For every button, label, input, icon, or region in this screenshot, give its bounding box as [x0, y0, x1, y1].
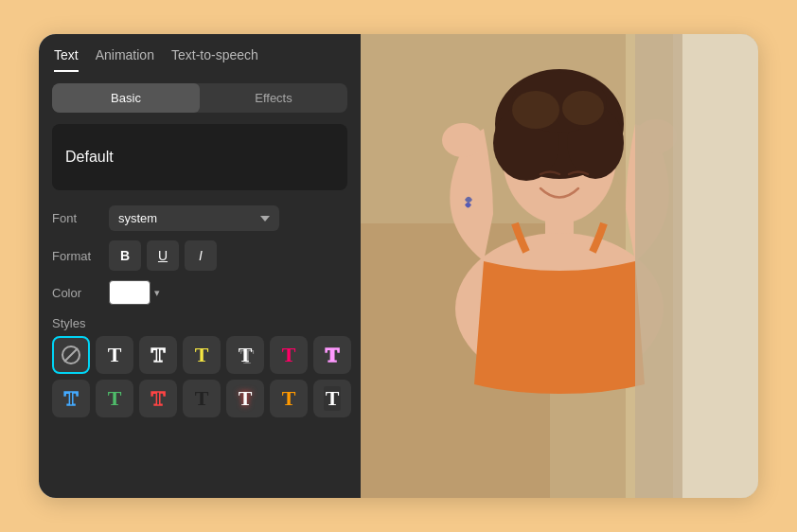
svg-rect-17: [635, 34, 682, 498]
right-panel: [361, 34, 758, 498]
left-panel: Text Animation Text-to-speech Basic Effe…: [39, 34, 361, 498]
styles-grid-row2: T T T T T T T: [39, 380, 361, 417]
bold-button[interactable]: B: [109, 240, 141, 271]
style-t6[interactable]: T: [313, 336, 351, 374]
sub-tab-effects[interactable]: Effects: [200, 83, 347, 113]
no-style-icon: [61, 345, 81, 365]
main-container: Text Animation Text-to-speech Basic Effe…: [39, 34, 758, 498]
style-t9[interactable]: T: [139, 380, 177, 417]
preview-text: Default: [65, 149, 114, 166]
sub-tabs-row: Basic Effects: [52, 83, 347, 113]
font-value: system: [118, 211, 157, 225]
style-t7[interactable]: T: [52, 380, 90, 417]
font-field-row: Font system: [39, 202, 361, 235]
color-field-row: Color ▾: [39, 276, 361, 309]
tab-animation[interactable]: Animation: [96, 47, 154, 72]
style-t8[interactable]: T: [96, 380, 133, 417]
tabs-row: Text Animation Text-to-speech: [39, 34, 361, 72]
style-t4[interactable]: T: [226, 336, 264, 374]
svg-line-1: [64, 348, 78, 362]
font-label: Font: [52, 211, 109, 225]
color-label: Color: [52, 286, 109, 300]
person-image: [361, 34, 758, 498]
style-t11[interactable]: T: [226, 380, 264, 417]
svg-point-14: [442, 123, 484, 157]
style-none[interactable]: [52, 336, 90, 374]
tab-tts[interactable]: Text-to-speech: [171, 47, 258, 72]
text-preview-box: Default: [52, 124, 347, 190]
format-label: Format: [52, 249, 109, 263]
svg-point-11: [562, 91, 604, 125]
font-select[interactable]: system: [109, 205, 279, 231]
underline-button[interactable]: U: [147, 240, 179, 271]
svg-point-10: [512, 91, 559, 129]
font-dropdown-icon: [260, 216, 270, 222]
styles-label: Styles: [39, 310, 361, 336]
style-t12[interactable]: T: [270, 380, 308, 417]
style-t13[interactable]: T: [313, 380, 351, 417]
style-t5[interactable]: T: [270, 336, 308, 374]
sub-tab-basic[interactable]: Basic: [52, 83, 200, 113]
style-t3[interactable]: T: [183, 336, 221, 374]
styles-grid-row1: T T T T T T: [39, 336, 361, 374]
style-t1[interactable]: T: [96, 336, 133, 374]
format-field-row: Format B U I: [39, 237, 361, 275]
svg-rect-16: [673, 34, 758, 498]
style-t2[interactable]: T: [139, 336, 177, 374]
color-dropdown-icon[interactable]: ▾: [154, 287, 160, 299]
color-swatch[interactable]: [109, 280, 151, 305]
style-t10[interactable]: T: [183, 380, 221, 417]
tab-text[interactable]: Text: [54, 47, 79, 72]
italic-button[interactable]: I: [185, 240, 217, 271]
photo-background: [361, 34, 758, 498]
